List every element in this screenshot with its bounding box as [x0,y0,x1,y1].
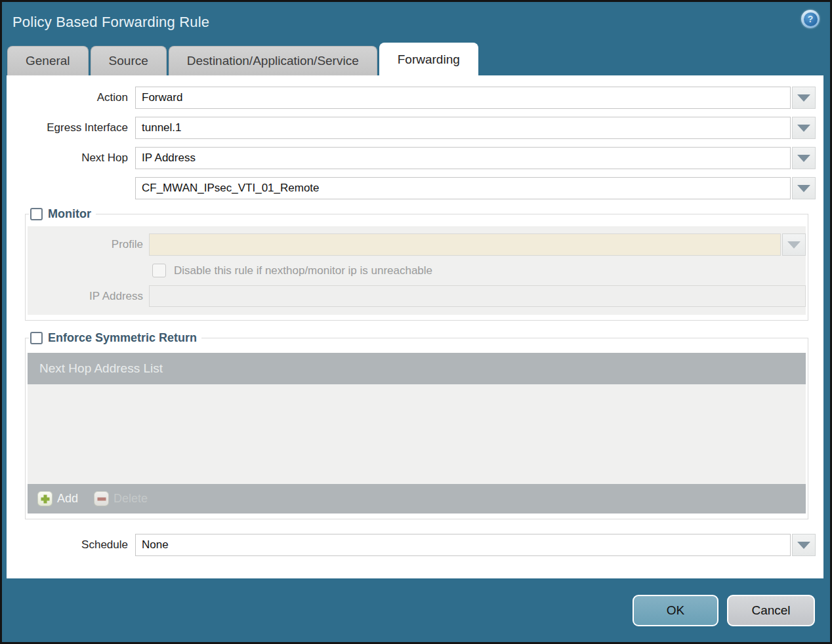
next-hop-dropdown-button[interactable] [792,147,816,169]
monitor-checkbox[interactable] [30,208,43,220]
forwarding-tab-panel: Action Forward Egress Interface tunnel.1 [7,75,823,578]
profile-combo [149,233,806,256]
chevron-down-icon [787,241,801,249]
symmetric-return-checkbox[interactable] [30,332,43,344]
chevron-down-icon [797,155,810,162]
chevron-down-icon [797,94,810,102]
content-wrap: Action Forward Egress Interface tunnel.1 [2,75,830,578]
egress-interface-combo: tunnel.1 [135,117,816,139]
delete-button-label: Delete [114,492,148,506]
egress-interface-row: Egress Interface tunnel.1 [7,117,816,139]
chevron-down-icon [797,125,810,132]
schedule-combo: None [135,534,816,556]
minus-icon [94,491,109,506]
next-hop-label: Next Hop [7,151,135,165]
cancel-button[interactable]: Cancel [727,595,815,626]
schedule-row: Schedule None [7,534,816,556]
symmetric-return-title: Enforce Symmetric Return [48,331,197,345]
dialog-titlebar: Policy Based Forwarding Rule ? [2,2,830,43]
symmetric-return-legend: Enforce Symmetric Return [29,331,201,345]
delete-button: Delete [94,491,148,506]
schedule-label: Schedule [7,538,135,552]
question-mark-glyph: ? [804,12,818,26]
action-label: Action [7,91,135,104]
help-icon[interactable]: ? [801,10,820,28]
monitor-panel: Profile Disable this rule if nexthop/mon… [28,226,806,315]
dialog-title: Policy Based Forwarding Rule [12,14,209,31]
policy-based-forwarding-dialog: Policy Based Forwarding Rule ? General S… [0,0,832,644]
tab-source[interactable]: Source [91,46,167,75]
action-combo: Forward [135,87,816,109]
disable-rule-row: Disable this rule if nexthop/monitor ip … [152,264,806,277]
egress-interface-value[interactable]: tunnel.1 [135,117,791,139]
tab-destination-application-service[interactable]: Destination/Application/Service [169,46,377,75]
action-dropdown-button[interactable] [792,87,816,109]
next-hop-address-list-header: Next Hop Address List [28,353,806,384]
disable-rule-checkbox [152,264,166,277]
next-hop-value[interactable]: IP Address [135,147,791,169]
next-hop-address-list-table: Next Hop Address List Add Delete [28,353,806,513]
egress-interface-label: Egress Interface [7,121,135,134]
egress-interface-dropdown-button[interactable] [792,117,816,139]
next-hop-address-list-toolbar: Add Delete [28,484,806,513]
tab-forwarding[interactable]: Forwarding [379,43,478,75]
next-hop-address-value[interactable]: CF_MWAN_IPsec_VTI_01_Remote [135,177,791,199]
next-hop-address-list-body [28,384,806,484]
schedule-dropdown-button[interactable] [792,534,816,556]
schedule-value[interactable]: None [135,534,791,556]
disable-rule-label: Disable this rule if nexthop/monitor ip … [174,264,432,277]
monitor-legend: Monitor [29,207,96,221]
profile-value [149,233,781,256]
next-hop-address-combo: CF_MWAN_IPsec_VTI_01_Remote [135,177,816,199]
profile-dropdown-button [782,233,806,256]
action-row: Action Forward [7,87,816,109]
next-hop-combo: IP Address [135,147,816,169]
next-hop-row: Next Hop IP Address [7,147,816,169]
monitor-ip-address-row: IP Address [28,285,806,307]
next-hop-address-row: CF_MWAN_IPsec_VTI_01_Remote [7,177,816,199]
ok-button[interactable]: OK [633,595,718,626]
monitor-ip-address-label: IP Address [28,290,149,303]
dialog-footer: OK Cancel [2,578,830,642]
monitor-group: Monitor Profile Disable [25,207,808,321]
add-button[interactable]: Add [37,491,78,506]
plus-icon [37,491,52,506]
monitor-ip-address-input [149,285,806,307]
add-button-label: Add [57,492,78,506]
chevron-down-icon [797,185,810,192]
tab-general[interactable]: General [7,46,89,75]
chevron-down-icon [797,542,810,549]
profile-row: Profile [28,233,806,256]
tab-bar: General Source Destination/Application/S… [2,43,830,75]
next-hop-address-dropdown-button[interactable] [792,177,816,199]
monitor-title: Monitor [48,207,91,221]
symmetric-return-group: Enforce Symmetric Return Next Hop Addres… [25,331,808,519]
profile-label: Profile [28,238,149,251]
action-value[interactable]: Forward [135,87,791,109]
